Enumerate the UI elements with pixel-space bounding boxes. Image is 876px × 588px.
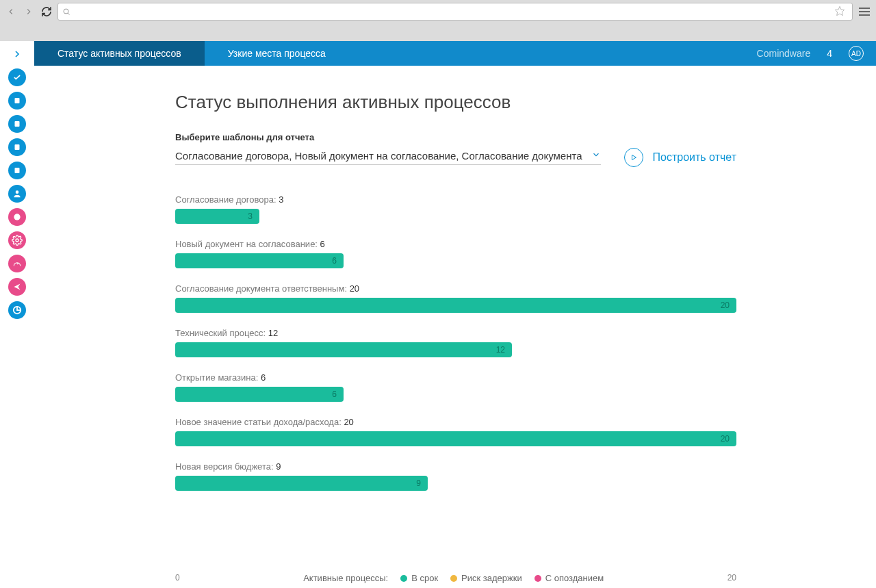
sidebar-item-settings[interactable] bbox=[8, 231, 26, 249]
sidebar-item-user[interactable] bbox=[8, 185, 26, 203]
chrome-strip bbox=[0, 23, 876, 41]
chart-row: Новое значение статьи дохода/расхода: 20… bbox=[175, 417, 736, 446]
x-axis: 0 Активные процессы: В срокРиск задержки… bbox=[175, 573, 736, 583]
axis-max: 20 bbox=[727, 573, 736, 583]
svg-marker-1 bbox=[835, 6, 844, 15]
legend-dot bbox=[450, 575, 457, 582]
chart-row: Открытие магазина: 66 bbox=[175, 372, 736, 402]
legend-dot bbox=[400, 575, 407, 582]
sidebar-item-2[interactable] bbox=[8, 92, 26, 110]
legend-label: В срок bbox=[411, 573, 438, 583]
svg-marker-10 bbox=[632, 155, 636, 160]
svg-point-7 bbox=[14, 214, 20, 220]
search-icon bbox=[62, 8, 70, 16]
play-icon bbox=[624, 148, 643, 167]
select-value: Согласование договора, Новый документ на… bbox=[175, 150, 591, 162]
url-input[interactable] bbox=[75, 7, 830, 17]
sidebar-item-gauge[interactable] bbox=[8, 255, 26, 272]
chart-row: Технический процесс: 1212 bbox=[175, 328, 736, 357]
svg-point-8 bbox=[16, 239, 18, 242]
legend-label: С опозданием bbox=[545, 573, 604, 583]
bar: 12 bbox=[175, 342, 512, 357]
svg-rect-3 bbox=[15, 121, 20, 127]
svg-rect-2 bbox=[15, 98, 20, 103]
bar-label: Согласование документа ответственным: 20 bbox=[175, 283, 736, 294]
tab-active-processes[interactable]: Статус активных процессов bbox=[34, 41, 205, 66]
svg-point-0 bbox=[64, 9, 68, 14]
back-button[interactable] bbox=[4, 5, 18, 18]
svg-rect-4 bbox=[15, 144, 20, 150]
legend-item: С опозданием bbox=[534, 573, 604, 583]
brand-label: Comindware bbox=[757, 48, 811, 59]
build-report-label: Построить отчет bbox=[653, 151, 736, 164]
svg-rect-5 bbox=[15, 168, 20, 173]
filter-label: Выберите шаблоны для отчета bbox=[175, 132, 736, 142]
sidebar-item-3[interactable] bbox=[8, 115, 26, 133]
bar: 20 bbox=[175, 431, 736, 446]
menu-button[interactable] bbox=[857, 4, 872, 19]
chevron-down-icon bbox=[591, 150, 601, 162]
tab-bottlenecks[interactable]: Узкие места процесса bbox=[205, 41, 349, 66]
chart-row: Согласование договора: 33 bbox=[175, 194, 736, 224]
reload-button[interactable] bbox=[40, 5, 53, 18]
sidebar bbox=[0, 41, 34, 588]
bar: 6 bbox=[175, 387, 344, 402]
user-avatar[interactable]: AD bbox=[849, 46, 864, 61]
chart-row: Новая версия бюджета: 99 bbox=[175, 461, 736, 491]
template-select[interactable]: Согласование договора, Новый документ на… bbox=[175, 150, 601, 165]
browser-chrome bbox=[0, 0, 876, 23]
bar: 20 bbox=[175, 298, 736, 313]
page-title: Статус выполнения активных процессов bbox=[175, 92, 736, 113]
legend-title: Активные процессы: bbox=[303, 573, 388, 583]
sidebar-item-5[interactable] bbox=[8, 162, 26, 179]
chart-row: Новый документ на согласование: 66 bbox=[175, 239, 736, 268]
legend-dot bbox=[534, 575, 541, 582]
bar: 9 bbox=[175, 476, 428, 491]
notification-count[interactable]: 4 bbox=[827, 48, 832, 59]
build-report-button[interactable]: Построить отчет bbox=[624, 148, 736, 167]
sidebar-item-6[interactable] bbox=[8, 208, 26, 226]
svg-point-6 bbox=[16, 190, 19, 194]
bar-label: Новое значение статьи дохода/расхода: 20 bbox=[175, 417, 736, 427]
bar-label: Новая версия бюджета: 9 bbox=[175, 461, 736, 472]
sidebar-item-4[interactable] bbox=[8, 138, 26, 156]
legend-label: Риск задержки bbox=[461, 573, 522, 583]
bar: 3 bbox=[175, 209, 259, 224]
bar: 6 bbox=[175, 253, 344, 268]
bar-label: Технический процесс: 12 bbox=[175, 328, 736, 338]
sidebar-collapse-button[interactable] bbox=[8, 45, 26, 63]
address-bar[interactable] bbox=[57, 3, 853, 21]
axis-min: 0 bbox=[175, 573, 180, 583]
bookmark-icon[interactable] bbox=[834, 5, 845, 18]
sidebar-item-1[interactable] bbox=[8, 68, 26, 86]
chart-row: Согласование документа ответственным: 20… bbox=[175, 283, 736, 313]
forward-button[interactable] bbox=[22, 5, 36, 18]
sidebar-item-send[interactable] bbox=[8, 278, 26, 296]
sidebar-item-chart[interactable] bbox=[8, 301, 26, 319]
legend-item: Риск задержки bbox=[450, 573, 522, 583]
bar-label: Новый документ на согласование: 6 bbox=[175, 239, 736, 249]
bar-chart: Согласование договора: 33Новый документ … bbox=[175, 194, 736, 491]
bar-label: Открытие магазина: 6 bbox=[175, 372, 736, 383]
bar-label: Согласование договора: 3 bbox=[175, 194, 736, 205]
legend: Активные процессы: В срокРиск задержкиС … bbox=[303, 573, 604, 583]
legend-item: В срок bbox=[400, 573, 438, 583]
header: Статус активных процессов Узкие места пр… bbox=[34, 41, 876, 66]
